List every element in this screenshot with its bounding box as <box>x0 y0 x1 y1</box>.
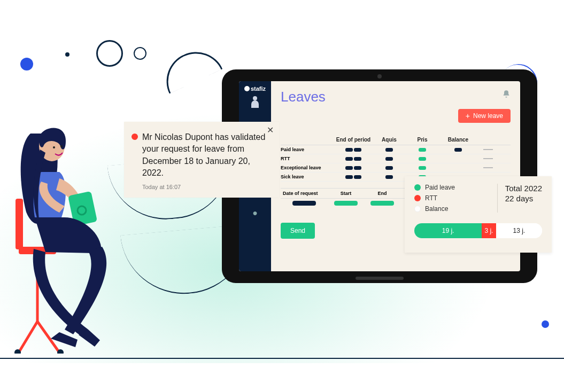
bar-segment-rtt: 3 j. <box>482 223 496 238</box>
table-row: Exceptional leave <box>281 163 511 173</box>
notifications-icon[interactable] <box>502 90 511 100</box>
row-label: Exceptional leave <box>281 165 334 170</box>
brand-logo: stafiz <box>244 85 266 92</box>
row-label: Paid leave <box>281 147 334 152</box>
legend-rtt: RTT <box>425 194 437 202</box>
page-title: Leaves <box>281 89 511 105</box>
sidebar-item-profile[interactable] <box>249 98 261 110</box>
bar-segment-paid: 19 j. <box>414 223 482 238</box>
decorative-ring <box>134 47 146 60</box>
sidebar-item[interactable]: ● <box>249 207 261 219</box>
person-icon <box>251 100 259 108</box>
legend-paid: Paid leave <box>425 184 455 191</box>
col-end: End <box>364 191 400 196</box>
svg-point-9 <box>60 145 63 147</box>
send-button[interactable]: Send <box>281 223 315 239</box>
row-label: Sick leave <box>281 174 334 179</box>
balance-legend: Paid leave RTT Balance <box>414 184 497 213</box>
col-start: Start <box>328 191 364 196</box>
brand-icon <box>244 86 250 91</box>
decorative-dot <box>65 52 69 57</box>
balance-totals: Total 2022 22 days <box>497 184 542 213</box>
col-aquis: Aquis <box>373 137 406 143</box>
decorative-line <box>0 358 564 359</box>
illustration-woman <box>8 119 120 354</box>
table-row: RTT <box>281 154 511 163</box>
legend-balance: Balance <box>425 205 448 213</box>
new-leave-label: New leave <box>473 112 503 120</box>
col-end-period: End of period <box>334 137 373 143</box>
total-label: Total 2022 <box>505 184 542 193</box>
plus-icon: + <box>466 112 470 120</box>
close-icon[interactable]: ✕ <box>267 126 274 135</box>
notification-time: Today at 16:07 <box>142 184 266 190</box>
col-balance: Balance <box>439 137 477 143</box>
svg-rect-1 <box>16 199 23 249</box>
unread-dot-icon <box>132 134 138 140</box>
balance-card: Paid leave RTT Balance Total 2022 22 day… <box>405 176 552 253</box>
svg-line-3 <box>19 322 37 352</box>
svg-point-8 <box>53 146 55 148</box>
legend-dot-red <box>414 195 421 201</box>
col-date: Date of request <box>281 191 328 196</box>
legend-dot-white <box>414 206 421 212</box>
table-header: End of period Aquis Pris Balance <box>281 135 511 145</box>
notification-card: ✕ Mr Nicolas Dupont has validated your r… <box>124 122 279 198</box>
decorative-dot <box>542 320 549 328</box>
decorative-dot <box>20 58 33 70</box>
bar-segment-balance: 13 j. <box>496 223 542 238</box>
leave-types-table: End of period Aquis Pris Balance Paid le… <box>281 135 511 182</box>
legend-dot-green <box>414 184 421 191</box>
decorative-ring <box>96 40 123 67</box>
total-days: 22 days <box>505 194 542 203</box>
balance-bar: 19 j. 3 j. 13 j. <box>414 223 542 238</box>
new-leave-button[interactable]: + New leave <box>458 109 511 123</box>
table-row: Paid leave <box>281 145 511 154</box>
brand-text: stafiz <box>251 85 266 92</box>
row-label: RTT <box>281 156 334 161</box>
notification-message: Mr Nicolas Dupont has validated your req… <box>142 131 266 179</box>
col-pris: Pris <box>406 137 439 143</box>
